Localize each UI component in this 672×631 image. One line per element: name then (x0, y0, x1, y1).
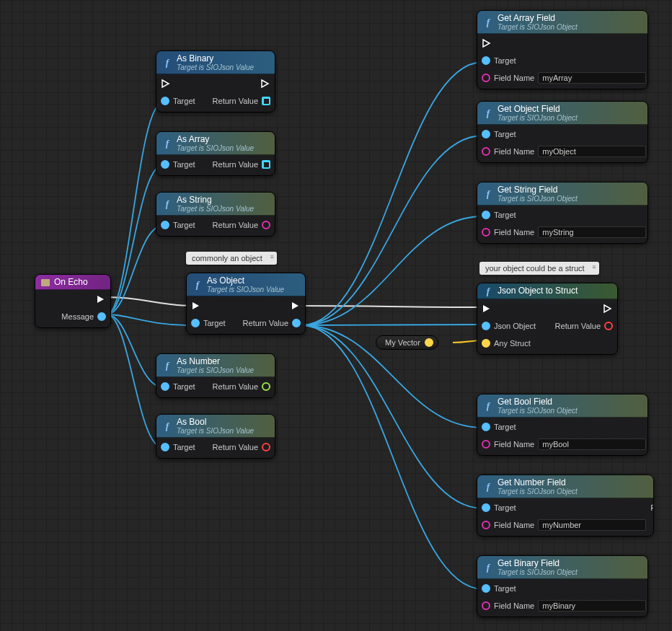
pin-retval[interactable]: Return Value (213, 441, 270, 454)
pin-target[interactable]: Target (161, 158, 195, 171)
node-title: Json Object to Struct (498, 286, 578, 296)
node-get-object-field[interactable]: f Get Object Field Target is SIOJson Obj… (477, 101, 648, 163)
node-subtitle: Target is SIOJson Object (498, 23, 578, 31)
pin-field-name[interactable]: Field Name (482, 519, 646, 531)
pin-target[interactable]: Target (482, 128, 646, 141)
node-get-string-field[interactable]: f Get String Field Target is SIOJson Obj… (477, 182, 648, 244)
node-as-number[interactable]: f As Number Target is SIOJson Value Targ… (156, 353, 275, 398)
node-get-number-field[interactable]: f Get Number Field Target is SIOJson Obj… (477, 475, 654, 537)
pin-field-name[interactable]: Field Name (482, 599, 646, 612)
exec-in[interactable] (191, 299, 226, 312)
node-get-bool-field[interactable]: f Get Bool Field Target is SIOJson Objec… (477, 394, 648, 456)
node-title: Get Number Field (498, 478, 578, 487)
node-subtitle: Target is SIOJson Value (177, 366, 254, 374)
function-icon: f (483, 482, 493, 492)
pin-target[interactable]: Target (482, 501, 646, 514)
pin-message-out[interactable]: Message (61, 310, 106, 323)
node-title: Get Array Field (498, 14, 578, 23)
exec-out[interactable] (260, 77, 270, 90)
pin-target[interactable]: Target (482, 582, 646, 595)
function-icon: f (483, 562, 493, 573)
field-name-input[interactable] (538, 600, 646, 612)
pin-json-object[interactable]: Json Object (482, 319, 536, 332)
pin-retval[interactable]: Return Value (213, 219, 270, 231)
pin-target[interactable]: Target (161, 219, 195, 231)
function-icon: f (483, 108, 493, 118)
node-subtitle: Target is SIOJson Object (498, 487, 578, 495)
exec-in[interactable] (482, 302, 536, 315)
function-icon: f (162, 138, 172, 149)
node-title: Get Bool Field (498, 397, 578, 407)
node-json-to-struct[interactable]: f Json Object to Struct Json Object Any … (477, 283, 618, 355)
event-icon (41, 279, 50, 286)
field-name-input[interactable] (538, 438, 646, 450)
pin-any-struct[interactable]: Any Struct (482, 337, 536, 350)
node-subtitle: Target is SIOJson Value (207, 286, 284, 294)
node-title: As Binary (177, 54, 254, 63)
pin-retval[interactable]: Return Value (243, 317, 301, 330)
node-get-binary-field[interactable]: f Get Binary Field Target is SIOJson Obj… (477, 555, 648, 617)
node-title: As Number (177, 357, 254, 366)
function-icon: f (162, 199, 172, 209)
exec-out[interactable] (291, 299, 301, 312)
node-as-string[interactable]: f As String Target is SIOJson Value Targ… (156, 192, 275, 237)
field-name-input[interactable] (538, 72, 646, 84)
function-icon: f (193, 280, 203, 290)
pin-target[interactable]: Target (161, 441, 195, 454)
pin-field-name[interactable]: Field Name (482, 71, 646, 84)
node-as-binary[interactable]: f As Binary Target is SIOJson Value Targ… (156, 50, 275, 112)
exec-in[interactable] (482, 37, 646, 50)
node-subtitle: Target is SIOJson Value (177, 144, 254, 152)
exec-out[interactable] (603, 302, 613, 315)
exec-out[interactable] (96, 293, 106, 306)
variable-my-vector[interactable]: My Vector (376, 335, 438, 350)
comment-struct[interactable]: your object could be a struct (479, 262, 599, 275)
node-get-array-field[interactable]: f Get Array Field Target is SIOJson Obje… (477, 10, 648, 89)
node-title: As Array (177, 135, 254, 144)
pin-target[interactable]: Target (482, 54, 646, 67)
node-subtitle: Target is SIOJson Object (498, 195, 578, 203)
pin-target[interactable]: Target (161, 94, 195, 107)
node-subtitle: Target is SIOJson Value (177, 427, 254, 435)
function-icon: f (483, 17, 493, 27)
pin-retval[interactable]: Return Value (213, 158, 270, 171)
pin-out[interactable] (425, 338, 433, 347)
function-icon: f (483, 189, 493, 199)
function-icon: f (162, 421, 172, 431)
pin-field-name[interactable]: Field Name (482, 438, 646, 451)
node-subtitle: Target is SIOJson Value (177, 63, 254, 71)
node-as-bool[interactable]: f As Bool Target is SIOJson Value Target… (156, 414, 275, 459)
node-title: As String (177, 195, 254, 205)
field-name-input[interactable] (538, 226, 646, 238)
node-subtitle: Target is SIOJson Object (498, 114, 578, 122)
pin-target[interactable]: Target (161, 380, 195, 393)
pin-field-name[interactable]: Field Name (482, 226, 646, 239)
pin-retval[interactable]: Return Value (650, 501, 654, 514)
function-icon: f (162, 361, 172, 371)
node-subtitle: Target is SIOJson Object (498, 407, 578, 415)
node-title: As Bool (177, 418, 254, 427)
function-icon: f (483, 286, 493, 296)
node-as-object[interactable]: f As Object Target is SIOJson Value Targ… (186, 273, 306, 335)
node-title: As Object (207, 276, 284, 286)
node-title: Get Object Field (498, 105, 578, 114)
pin-target[interactable]: Target (191, 317, 226, 330)
pin-retval[interactable]: Return Value (213, 380, 270, 393)
node-title: Get String Field (498, 185, 578, 195)
pin-field-name[interactable]: Field Name (482, 145, 646, 158)
node-as-array[interactable]: f As Array Target is SIOJson Value Targe… (156, 131, 275, 176)
field-name-input[interactable] (538, 146, 646, 157)
function-icon: f (162, 58, 172, 68)
function-icon: f (483, 401, 493, 411)
pin-target[interactable]: Target (482, 420, 646, 433)
comment-object[interactable]: commonly an object (186, 252, 277, 265)
node-title: On Echo (54, 278, 88, 287)
exec-in[interactable] (161, 77, 195, 90)
field-name-input[interactable] (538, 519, 646, 531)
node-subtitle: Target is SIOJson Object (498, 568, 578, 576)
pin-retval[interactable]: Return Value (555, 319, 613, 332)
node-title: Get Binary Field (498, 559, 578, 568)
pin-target[interactable]: Target (482, 208, 646, 221)
pin-retval[interactable]: Return Value (213, 94, 270, 107)
node-on-echo[interactable]: On Echo Message (35, 274, 111, 328)
